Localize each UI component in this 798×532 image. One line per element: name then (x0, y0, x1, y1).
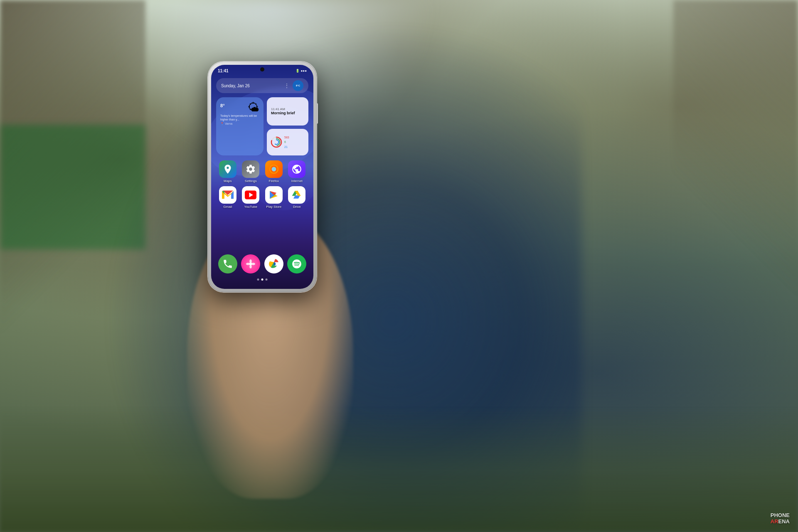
morning-brief-label: Morning brief (271, 111, 304, 116)
front-camera (260, 67, 264, 71)
phone: 11:41 🔋 ●●● Sunday, Jan 26 ⋮ 8°C 🌤 (208, 62, 317, 292)
watermark-line2: ARENA (771, 519, 790, 525)
firefox-icon (265, 160, 283, 178)
temp-unit: ° (223, 103, 224, 108)
svg-point-9 (250, 259, 252, 263)
dock-phone-icon (218, 254, 237, 273)
maps-icon (219, 160, 236, 178)
widgets-area: 🌤 8° Today's temperatures will be higher… (216, 97, 308, 155)
fitness-stats: 583 6 21 (284, 135, 289, 149)
app-gmail[interactable]: Gmail (217, 186, 239, 209)
dock-spotify-icon (287, 254, 306, 273)
weather-badge: 8°C (293, 80, 303, 91)
app-dock (216, 251, 308, 276)
svg-point-5 (271, 167, 276, 172)
wifi-icon: ●●● (301, 69, 307, 73)
phone-screen: 11:41 🔋 ●●● Sunday, Jan 26 ⋮ 8°C 🌤 (211, 65, 313, 289)
dock-blossom[interactable] (241, 254, 260, 273)
playstore-icon (265, 186, 283, 204)
dock-chrome-icon (264, 254, 283, 273)
drive-icon (288, 186, 305, 204)
status-icons: 🔋 ●●● (296, 69, 307, 73)
app-drive[interactable]: Drive (286, 186, 308, 209)
app-row-1: Maps Settings Firefox (216, 160, 308, 183)
page-dot-3 (266, 278, 268, 281)
ground-foreground (0, 407, 798, 532)
date-text: Sunday, Jan 26 (221, 84, 284, 88)
fitness-stat-stand: 21 (284, 145, 289, 149)
right-widgets: 11:41 AM Morning brief (267, 97, 308, 155)
watermark: PHONE ARENA (771, 512, 790, 525)
page-dot-1 (257, 278, 259, 281)
watermark-accent: AR (771, 518, 778, 525)
svg-point-10 (250, 265, 252, 268)
youtube-label: YouTube (244, 205, 257, 209)
gmail-label: Gmail (223, 205, 232, 209)
maps-label: Maps (224, 179, 232, 183)
youtube-icon (242, 186, 259, 204)
morning-brief-time: 11:41 AM (271, 107, 304, 111)
dock-chrome[interactable] (264, 254, 283, 273)
app-internet[interactable]: Internet (286, 160, 308, 183)
app-playstore[interactable]: Play Store (263, 186, 285, 209)
drive-label: Drive (293, 205, 301, 209)
status-time: 11:41 (218, 69, 229, 73)
svg-point-12 (251, 263, 255, 265)
temp-badge-text: 8°C (296, 84, 300, 87)
playstore-label: Play Store (266, 205, 281, 209)
weather-location: 📍 Varna (220, 122, 259, 126)
gmail-icon (219, 186, 236, 204)
trees-right (673, 0, 798, 374)
power-button[interactable] (316, 103, 318, 124)
weather-description: Today's temperatures will be higher than… (220, 114, 259, 121)
app-row-2: Gmail YouTube Play Store (216, 186, 308, 209)
settings-label: Settings (245, 179, 257, 183)
phone-shell: 11:41 🔋 ●●● Sunday, Jan 26 ⋮ 8°C 🌤 (208, 62, 317, 292)
internet-label: Internet (291, 179, 303, 183)
app-maps[interactable]: Maps (217, 160, 239, 183)
page-dot-2 (261, 278, 264, 281)
fitness-stat-calories: 583 (284, 135, 289, 140)
fitness-ring (270, 136, 283, 148)
app-settings[interactable]: Settings (240, 160, 261, 183)
page-indicators (257, 278, 268, 281)
battery-icon: 🔋 (296, 69, 300, 73)
dock-spotify[interactable] (287, 254, 306, 273)
watermark-line1: PHONE (771, 512, 790, 518)
firefox-label: Firefox (269, 179, 279, 183)
settings-icon (242, 160, 259, 178)
weather-widget[interactable]: 🌤 8° Today's temperatures will be higher… (216, 97, 264, 155)
fitness-widget[interactable]: 583 6 21 (267, 129, 308, 155)
date-more-icon[interactable]: ⋮ (284, 83, 289, 89)
weather-icon: 🌤 (248, 101, 259, 114)
app-youtube[interactable]: YouTube (240, 186, 261, 209)
internet-icon (288, 160, 305, 178)
morning-brief-widget[interactable]: 11:41 AM Morning brief (267, 97, 308, 126)
svg-point-11 (246, 263, 250, 265)
app-grid: Maps Settings Firefox (216, 160, 308, 212)
dock-blossom-icon (241, 254, 260, 273)
app-firefox[interactable]: Firefox (263, 160, 285, 183)
dock-phone[interactable] (218, 254, 237, 273)
fitness-stat-exercise: 6 (284, 140, 289, 144)
date-widget[interactable]: Sunday, Jan 26 ⋮ 8°C (216, 78, 308, 93)
svg-point-3 (274, 140, 279, 145)
